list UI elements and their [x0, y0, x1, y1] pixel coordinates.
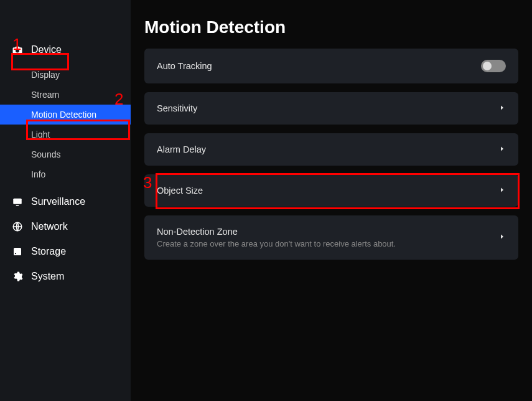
sidebar-section-network[interactable]: Network: [0, 214, 131, 239]
globe-icon: [11, 220, 24, 233]
card-title: Non-Detection Zone: [157, 227, 498, 237]
monitor-icon: [11, 196, 24, 208]
card-sensitivity[interactable]: Sensitivity: [144, 92, 518, 125]
card-title: Auto Tracking: [157, 61, 481, 71]
svg-rect-1: [16, 205, 19, 206]
sidebar-item-stream[interactable]: Stream: [0, 85, 131, 105]
chevron-right-icon: [498, 186, 506, 196]
sidebar-section-label: Storage: [31, 246, 66, 257]
sidebar-section-system[interactable]: System: [0, 264, 131, 289]
sidebar-item-label: Light: [31, 130, 50, 139]
sidebar-item-info[interactable]: Info: [0, 164, 131, 184]
card-title: Sensitivity: [157, 103, 498, 113]
sidebar-section-label: Network: [31, 221, 68, 232]
toggle-auto-tracking[interactable]: [481, 60, 506, 72]
card-title: Alarm Delay: [157, 144, 498, 154]
card-content: Auto Tracking: [157, 61, 481, 71]
sidebar: Device Display Stream Motion Detection L…: [0, 0, 131, 401]
main-content: Motion Detection Auto Tracking Sensitivi…: [131, 0, 532, 401]
camera-icon: [11, 44, 24, 56]
sidebar-item-label: Display: [31, 70, 60, 80]
gear-icon: [11, 270, 24, 283]
card-auto-tracking[interactable]: Auto Tracking: [144, 49, 518, 83]
card-alarm-delay[interactable]: Alarm Delay: [144, 133, 518, 166]
sidebar-item-display[interactable]: Display: [0, 65, 131, 85]
card-non-detection-zone[interactable]: Non-Detection Zone Create a zone over th…: [144, 215, 518, 260]
sidebar-item-sounds[interactable]: Sounds: [0, 144, 131, 164]
svg-point-4: [15, 253, 16, 254]
card-object-size[interactable]: Object Size: [144, 174, 518, 207]
svg-rect-0: [13, 199, 22, 204]
sidebar-section-label: System: [31, 271, 64, 282]
sidebar-item-label: Motion Detection: [31, 110, 96, 120]
sidebar-section-device[interactable]: Device: [0, 37, 131, 62]
sidebar-section-label: Surveillance: [31, 196, 85, 207]
card-content: Alarm Delay: [157, 144, 498, 154]
sidebar-section-label: Device: [31, 44, 62, 55]
sidebar-section-surveillance[interactable]: Surveillance: [0, 189, 131, 214]
sidebar-section-storage[interactable]: Storage: [0, 239, 131, 264]
card-content: Object Size: [157, 186, 498, 196]
sidebar-item-label: Info: [31, 169, 45, 179]
svg-rect-3: [14, 248, 21, 255]
page-title: Motion Detection: [144, 17, 518, 37]
sidebar-item-light[interactable]: Light: [0, 125, 131, 144]
card-subtitle: Create a zone over the area you don't wa…: [157, 239, 498, 248]
sidebar-item-motion-detection[interactable]: Motion Detection: [0, 105, 131, 125]
chevron-right-icon: [498, 233, 506, 242]
sidebar-subitems-device: Display Stream Motion Detection Light So…: [0, 62, 131, 189]
sidebar-item-label: Stream: [31, 90, 59, 100]
disk-icon: [11, 245, 24, 258]
card-title: Object Size: [157, 186, 498, 196]
chevron-right-icon: [498, 104, 506, 113]
chevron-right-icon: [498, 145, 506, 154]
card-content: Sensitivity: [157, 103, 498, 113]
card-content: Non-Detection Zone Create a zone over th…: [157, 227, 498, 248]
sidebar-item-label: Sounds: [31, 149, 60, 159]
